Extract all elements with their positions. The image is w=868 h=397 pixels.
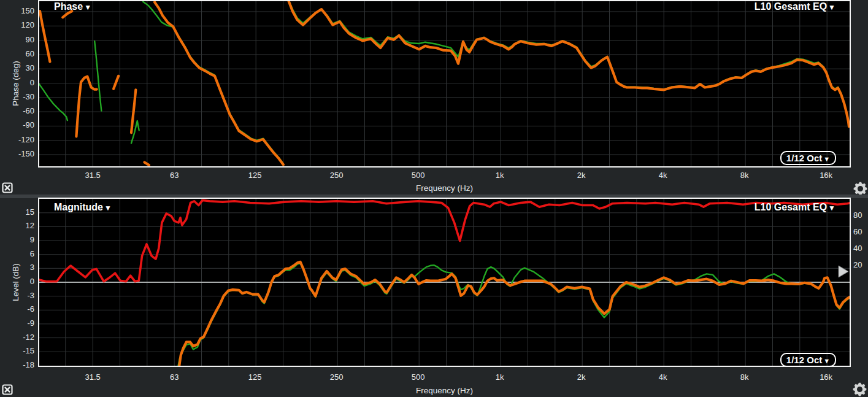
magnitude-close-button[interactable] <box>2 384 13 395</box>
analyzer-window: Phase▼ L10 Gesamt EQ▼ 1/12 Oct▼ Phase (d… <box>0 0 868 397</box>
x-tick-label: 8k <box>720 171 769 180</box>
trace-green-reference-phase <box>39 84 67 120</box>
dropdown-arrow-icon: ▼ <box>823 357 830 364</box>
close-icon <box>2 384 13 395</box>
x-tick-label: 2k <box>557 171 606 180</box>
trace-green-reference-magnitude <box>178 263 850 366</box>
y-tick-label: -15 <box>0 346 34 355</box>
magnitude-trace-set-label: L10 Gesamt EQ <box>755 202 827 212</box>
trace-orange-measurement-phase <box>113 76 118 89</box>
magnitude-trace-set-menu[interactable]: L10 Gesamt EQ▼ <box>755 202 835 213</box>
trace-red-coherence <box>39 200 850 281</box>
y-tick-label: 90 <box>0 35 34 44</box>
x-tick-label: 2k <box>557 372 606 382</box>
trace-offset-handle[interactable] <box>838 265 850 279</box>
y-tick-label: 15 <box>0 207 34 217</box>
x-tick-label: 31.5 <box>68 171 117 180</box>
y-tick-label: -3 <box>0 291 34 300</box>
magnitude-smoothing-label: 1/12 Oct <box>786 355 822 365</box>
phase-menu-label: Phase <box>54 1 83 12</box>
right-triangle-icon <box>838 265 850 279</box>
phase-chart-canvas <box>39 1 850 166</box>
dropdown-arrow-icon: ▼ <box>84 3 91 12</box>
magnitude-x-axis-title: Frequency (Hz) <box>38 386 851 396</box>
magnitude-settings-button[interactable] <box>852 382 867 397</box>
y-tick-label: -90 <box>0 120 34 129</box>
y-tick-label: 120 <box>0 20 34 29</box>
magnitude-smoothing-button[interactable]: 1/12 Oct▼ <box>780 353 836 367</box>
x-tick-label: 500 <box>394 171 443 180</box>
phase-trace-set-menu[interactable]: L10 Gesamt EQ▼ <box>755 1 835 12</box>
phase-x-axis-title: Frequency (Hz) <box>38 183 851 193</box>
phase-menu[interactable]: Phase▼ <box>54 1 91 12</box>
magnitude-menu[interactable]: Magnitude▼ <box>54 202 112 213</box>
y-tick-label: -18 <box>0 360 34 369</box>
x-tick-label: 63 <box>150 171 199 180</box>
trace-green-reference-phase <box>288 1 849 125</box>
y-tick-label: 150 <box>0 6 34 15</box>
x-tick-label: 16k <box>802 372 851 382</box>
magnitude-chart-canvas <box>39 199 850 366</box>
close-icon <box>2 182 13 193</box>
y-tick-label: 30 <box>0 63 34 72</box>
dropdown-arrow-icon: ▼ <box>823 155 830 163</box>
y-tick-label: -6 <box>0 304 34 314</box>
y-tick-label: -30 <box>0 92 34 101</box>
x-tick-label: 250 <box>312 372 361 382</box>
phase-trace-set-label: L10 Gesamt EQ <box>755 1 827 12</box>
trace-orange-measurement-phase <box>40 11 50 61</box>
x-tick-label: 125 <box>231 171 280 180</box>
x-tick-label: 4k <box>639 372 688 382</box>
x-tick-label: 31.5 <box>68 372 117 382</box>
y-tick-label: -150 <box>0 149 34 158</box>
x-tick-label: 1k <box>475 372 524 382</box>
dropdown-arrow-icon: ▼ <box>828 204 835 212</box>
magnitude-menu-label: Magnitude <box>54 202 103 212</box>
y2-tick-label: 80 <box>853 210 868 220</box>
x-tick-label: 63 <box>150 372 199 382</box>
x-tick-label: 1k <box>475 171 524 180</box>
trace-orange-measurement-phase <box>76 77 96 137</box>
y-tick-label: -12 <box>0 333 34 342</box>
y-tick-label: 6 <box>0 249 34 258</box>
grid-lines <box>39 1 850 166</box>
y-tick-label: -60 <box>0 106 34 115</box>
y2-tick-label: 40 <box>853 244 868 253</box>
y-tick-label: 3 <box>0 263 34 272</box>
phase-smoothing-button[interactable]: 1/12 Oct▼ <box>780 151 836 165</box>
y2-tick-label: 60 <box>853 227 868 236</box>
trace-orange-measurement-phase <box>288 1 849 126</box>
phase-close-button[interactable] <box>2 182 13 193</box>
y-tick-label: 60 <box>0 49 34 58</box>
x-tick-label: 250 <box>312 171 361 180</box>
trace-green-reference-phase <box>94 41 101 110</box>
y-tick-label: 0 <box>0 277 34 286</box>
dropdown-arrow-icon: ▼ <box>104 204 112 212</box>
gear-icon <box>852 382 867 397</box>
x-tick-label: 16k <box>802 171 851 180</box>
dropdown-arrow-icon: ▼ <box>828 3 835 12</box>
x-tick-label: 500 <box>394 372 443 382</box>
x-tick-label: 125 <box>231 372 280 382</box>
y-tick-label: -120 <box>0 135 34 144</box>
y-tick-label: 0 <box>0 78 34 87</box>
y-tick-label: 12 <box>0 221 34 230</box>
y-tick-label: 9 <box>0 235 34 244</box>
phase-smoothing-label: 1/12 Oct <box>786 153 822 163</box>
x-tick-label: 8k <box>720 372 769 382</box>
trace-orange-measurement-phase <box>145 162 149 165</box>
y2-tick-label: 20 <box>853 260 868 269</box>
y-tick-label: -9 <box>0 318 34 328</box>
x-tick-label: 4k <box>639 171 688 180</box>
